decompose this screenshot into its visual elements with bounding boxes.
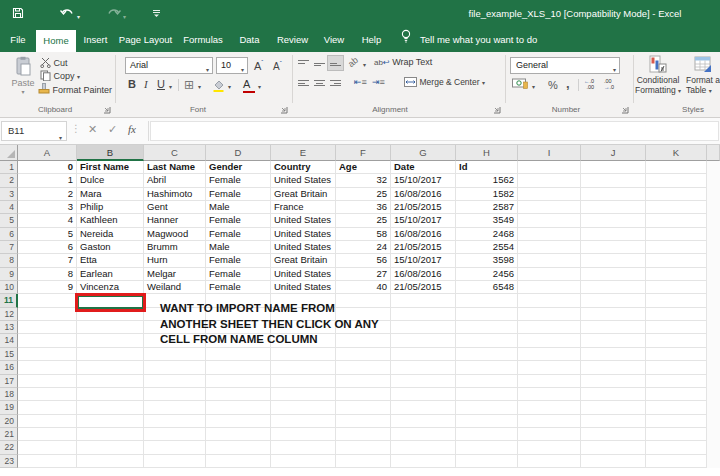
cell-K18[interactable] [646,388,707,401]
align-right-icon[interactable] [328,76,343,90]
cell-K4[interactable] [646,201,707,214]
cell-B2[interactable]: Dulce [77,174,144,187]
tab-data[interactable]: Data [230,28,269,52]
cell-D22[interactable] [206,441,271,454]
cell-K20[interactable] [646,415,707,428]
cell-I20[interactable] [518,415,581,428]
tab-view[interactable]: View [316,28,352,52]
cell-K9[interactable] [646,268,707,281]
cell-D21[interactable] [206,428,271,441]
cell-B6[interactable]: Nereida [77,228,144,241]
cell-E6[interactable]: United States [271,228,336,241]
cell-B9[interactable]: Earlean [77,268,144,281]
cell-I22[interactable] [518,441,581,454]
cell-G15[interactable] [391,348,456,361]
cell-F5[interactable]: 25 [336,214,391,227]
column-header-C[interactable]: C [144,145,206,161]
align-left-icon[interactable] [296,76,311,90]
cell-D8[interactable]: Female [206,254,271,267]
row-header-19[interactable]: 19 [0,401,18,414]
italic-button[interactable]: I [144,78,148,90]
row-header-10[interactable]: 10 [0,281,18,294]
cell-G7[interactable]: 21/05/2015 [391,241,456,254]
paste-button[interactable]: Paste ▾ [6,56,40,95]
font-dialog-launcher-icon[interactable] [280,106,288,114]
cell-K1[interactable] [646,161,707,174]
select-all-corner[interactable] [0,145,18,161]
cell-C17[interactable] [144,375,206,388]
cell-E22[interactable] [271,441,336,454]
cell-H12[interactable] [456,308,518,321]
cell-K12[interactable] [646,308,707,321]
cell-D6[interactable]: Female [206,228,271,241]
cell-I2[interactable] [518,174,581,187]
cell-E3[interactable]: Great Britain [271,188,336,201]
cell-J1[interactable] [581,161,646,174]
cell-A17[interactable] [18,375,77,388]
cell-G13[interactable] [391,321,456,334]
cell-F10[interactable]: 40 [336,281,391,294]
cell-E7[interactable]: United States [271,241,336,254]
cell-K17[interactable] [646,375,707,388]
cell-H7[interactable]: 2554 [456,241,518,254]
cell-H13[interactable] [456,321,518,334]
cell-K11[interactable] [646,294,707,307]
decrease-font-size-button[interactable]: Aˇ [273,60,282,72]
cell-I12[interactable] [518,308,581,321]
cell-H8[interactable]: 3598 [456,254,518,267]
cell-H21[interactable] [456,428,518,441]
merge-center-button[interactable]: Merge & Center ▾ [404,77,485,87]
cell-E8[interactable]: Great Britain [271,254,336,267]
cell-I10[interactable] [518,281,581,294]
cell-J9[interactable] [581,268,646,281]
cell-J5[interactable] [581,214,646,227]
cell-A19[interactable] [18,401,77,414]
cell-A15[interactable] [18,348,77,361]
cell-H23[interactable] [456,455,518,468]
cell-H20[interactable] [456,415,518,428]
row-header-4[interactable]: 4 [0,201,18,214]
row-header-11[interactable]: 11 [0,294,18,307]
cell-A12[interactable] [18,308,77,321]
font-name-combo[interactable]: Arial ▾ [125,57,213,74]
cell-I7[interactable] [518,241,581,254]
cell-B20[interactable] [77,415,144,428]
cell-B19[interactable] [77,401,144,414]
cell-I3[interactable] [518,188,581,201]
cell-A13[interactable] [18,321,77,334]
cell-F3[interactable]: 25 [336,188,391,201]
cell-H16[interactable] [456,361,518,374]
tab-page-layout[interactable]: Page Layout [115,28,176,52]
cell-J18[interactable] [581,388,646,401]
cell-E5[interactable]: United States [271,214,336,227]
cell-C9[interactable]: Melgar [144,268,206,281]
cell-H17[interactable] [456,375,518,388]
cell-B14[interactable] [77,334,144,347]
column-header-B[interactable]: B [77,145,144,161]
cell-G5[interactable]: 15/10/2017 [391,214,456,227]
cell-E23[interactable] [271,455,336,468]
underline-dropdown-icon[interactable]: ▾ [169,83,172,90]
cell-C8[interactable]: Hurn [144,254,206,267]
cell-C15[interactable] [144,348,206,361]
cancel-icon[interactable]: ✕ [88,123,97,136]
increase-decimal-icon[interactable]: ←.0.00 [584,78,594,90]
row-header-8[interactable]: 8 [0,254,18,267]
cell-G6[interactable]: 16/08/2016 [391,228,456,241]
cell-F4[interactable]: 36 [336,201,391,214]
row-header-1[interactable]: 1 [0,161,18,174]
formula-input[interactable] [150,121,719,141]
column-header-E[interactable]: E [271,145,336,161]
cell-F6[interactable]: 58 [336,228,391,241]
cell-J10[interactable] [581,281,646,294]
cell-F7[interactable]: 24 [336,241,391,254]
align-top-icon[interactable] [296,56,311,70]
cell-A23[interactable] [18,455,77,468]
cell-A20[interactable] [18,415,77,428]
font-color-button[interactable]: A [243,78,255,93]
cell-A2[interactable]: 1 [18,174,77,187]
cut-button[interactable]: Cut [40,57,68,68]
cell-B5[interactable]: Kathleen [77,214,144,227]
cell-J14[interactable] [581,334,646,347]
cell-K6[interactable] [646,228,707,241]
